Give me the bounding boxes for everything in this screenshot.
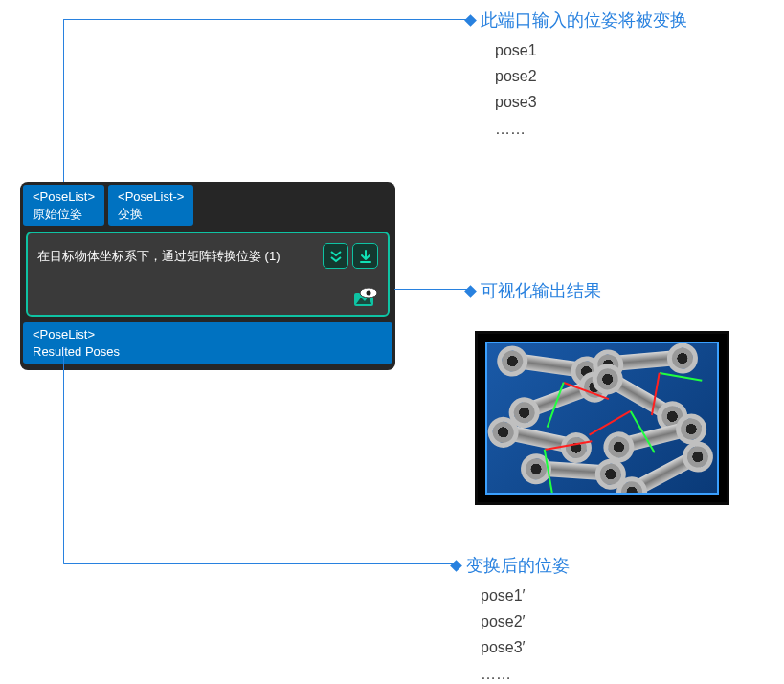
expand-down-icon [329, 250, 343, 263]
annotation-viz-title: 可视化输出结果 [481, 281, 601, 300]
input-port-transform[interactable]: <PoseList-> 变换 [108, 185, 193, 226]
list-item: pose1 [495, 37, 687, 63]
visualize-button[interactable] [353, 288, 378, 307]
list-item: …… [495, 116, 687, 142]
visualization-preview [475, 331, 729, 505]
svg-point-3 [367, 291, 371, 296]
port-label: Resulted Poses [33, 343, 383, 361]
annotation-viz: 可视化输出结果 [466, 279, 601, 302]
eye-image-icon [353, 288, 378, 307]
output-port-resulted-poses[interactable]: <PoseList> Resulted Poses [23, 322, 392, 364]
connector-line [63, 19, 467, 20]
download-arrow-icon [359, 250, 372, 263]
port-type: <PoseList> [33, 326, 383, 343]
annotation-input-title: 此端口输入的位姿将被变换 [481, 11, 687, 30]
connector-line [63, 346, 64, 563]
list-item: pose3′ [481, 634, 570, 660]
port-label: 原始位姿 [33, 206, 95, 223]
list-item: pose3 [495, 89, 687, 115]
diamond-bullet-icon [464, 14, 477, 27]
ports-bottom-row: <PoseList> Resulted Poses [20, 322, 395, 366]
annotation-output-title: 变换后的位姿 [466, 556, 570, 575]
node-body[interactable]: 在目标物体坐标系下，通过矩阵转换位姿 (1) [26, 232, 390, 317]
node-button-group [323, 243, 378, 269]
node-title: 在目标物体坐标系下，通过矩阵转换位姿 (1) [37, 248, 280, 265]
annotation-output-list: pose1′ pose2′ pose3′ …… [481, 583, 570, 684]
download-button[interactable] [352, 243, 378, 269]
annotation-output: 变换后的位姿 pose1′ pose2′ pose3′ …… [452, 554, 570, 684]
input-port-original-poses[interactable]: <PoseList> 原始位姿 [23, 185, 104, 226]
annotation-input-list: pose1 pose2 pose3 …… [495, 37, 687, 142]
diamond-bullet-icon [450, 560, 462, 572]
port-type: <PoseList> [33, 188, 95, 206]
diamond-bullet-icon [464, 285, 477, 298]
ports-top-row: <PoseList> 原始位姿 <PoseList-> 变换 [20, 182, 395, 226]
expand-button[interactable] [323, 243, 348, 269]
transform-pose-node: <PoseList> 原始位姿 <PoseList-> 变换 在目标物体坐标系下… [20, 182, 395, 370]
list-item: pose2 [495, 63, 687, 89]
port-label: 变换 [118, 206, 184, 223]
port-type: <PoseList-> [118, 188, 184, 206]
list-item: pose2′ [481, 608, 570, 634]
list-item: pose1′ [481, 583, 570, 608]
annotation-input: 此端口输入的位姿将被变换 pose1 pose2 pose3 …… [466, 9, 687, 142]
list-item: …… [481, 661, 570, 684]
connector-line [394, 289, 467, 290]
visualization-inner [485, 342, 719, 495]
connector-line [63, 19, 64, 186]
connector-line [63, 563, 453, 564]
